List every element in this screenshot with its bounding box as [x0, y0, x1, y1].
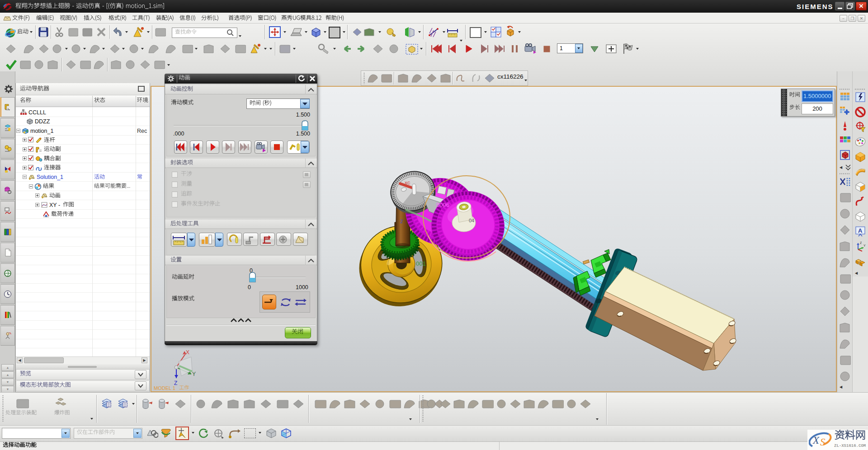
svg-text:Z: Z	[860, 241, 862, 244]
svg-text:X: X	[186, 349, 189, 356]
svg-text:001: 001	[416, 260, 426, 267]
svg-text:2: 2	[400, 219, 403, 224]
svg-text:Y: Y	[192, 371, 196, 377]
svg-text:X: X	[812, 435, 820, 446]
svg-text:A: A	[858, 227, 863, 234]
svg-text:04: 04	[469, 218, 474, 223]
svg-text:XC: XC	[405, 181, 410, 185]
svg-text:S: S	[820, 436, 826, 448]
svg-text:0006: 0006	[436, 202, 449, 208]
svg-text:Y: Y	[863, 244, 866, 247]
